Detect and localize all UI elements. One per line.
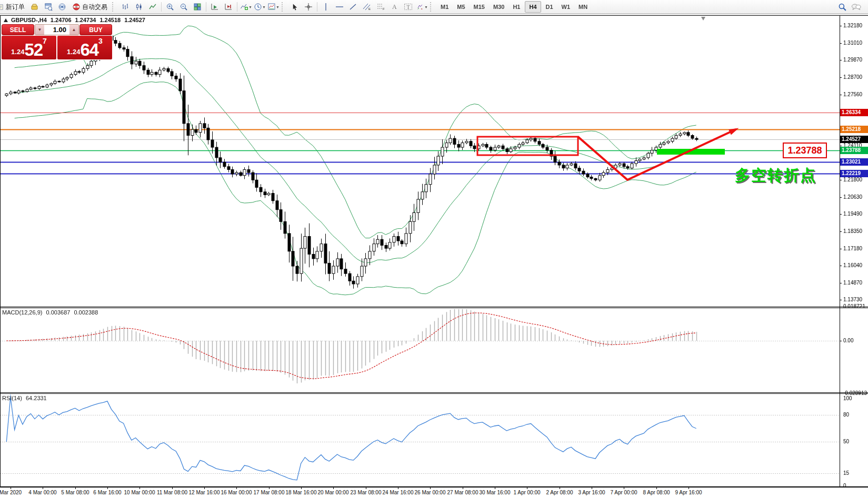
arrows-button[interactable]: ▾ bbox=[415, 1, 428, 13]
new-order-label: 新订单 bbox=[6, 3, 25, 12]
time-tick-mark bbox=[560, 487, 560, 489]
zoom-in-icon bbox=[166, 3, 174, 11]
price-level-tag: 1.25218 bbox=[840, 126, 868, 133]
periods-button[interactable]: ▾ bbox=[253, 1, 266, 13]
time-tick-mark bbox=[107, 487, 108, 489]
volume-increase-button[interactable]: ▲ bbox=[69, 25, 78, 35]
tf-m5-button[interactable]: M5 bbox=[453, 2, 468, 12]
tf-w1-button[interactable]: W1 bbox=[558, 2, 574, 12]
pane-splitter[interactable] bbox=[0, 307, 868, 307]
macd-pane-title: MACD(12,26,9) 0.003687 0.002388 bbox=[2, 309, 100, 316]
pane-splitter[interactable] bbox=[0, 308, 868, 308]
price-level-tag: 1.23788 bbox=[840, 147, 868, 154]
auto-scroll-button[interactable] bbox=[208, 1, 221, 13]
indicators-icon bbox=[240, 3, 248, 11]
templates-button[interactable]: ▾ bbox=[267, 1, 280, 13]
sell-price-button[interactable]: 1.24 52 7 bbox=[2, 36, 56, 59]
horizontal-line-button[interactable] bbox=[333, 1, 346, 13]
time-axis-label: 18 Mar 16:00 bbox=[286, 490, 317, 495]
volume-decrease-button[interactable]: ▼ bbox=[35, 25, 44, 35]
market-watch-button[interactable] bbox=[42, 1, 55, 13]
time-axis-label: 11 Mar 08:00 bbox=[157, 490, 187, 495]
price-tick-label: 1.27560 bbox=[843, 92, 862, 97]
crosshair-button[interactable] bbox=[302, 1, 315, 13]
zoom-out-icon bbox=[179, 3, 188, 11]
price-tick-mark bbox=[840, 249, 842, 249]
price-tick-mark bbox=[840, 214, 842, 215]
symbol-name: GBPUSD-,H4 bbox=[11, 17, 47, 23]
toolbar-separator bbox=[161, 2, 162, 12]
tf-mn-button[interactable]: MN bbox=[575, 2, 591, 12]
price-tick-label: 1.28700 bbox=[843, 74, 862, 80]
text-button[interactable]: A bbox=[388, 1, 401, 13]
price-tick-label: 1.29870 bbox=[843, 57, 862, 63]
buy-price-button[interactable]: 1.24 64 3 bbox=[57, 36, 112, 59]
macd-tick-mark bbox=[840, 341, 842, 341]
bar-chart-button[interactable] bbox=[119, 1, 132, 13]
chart-shift-button[interactable] bbox=[222, 1, 235, 13]
chat-button[interactable] bbox=[850, 1, 862, 13]
line-chart-button[interactable] bbox=[146, 1, 159, 13]
time-tick-mark bbox=[430, 487, 431, 489]
pane-splitter[interactable] bbox=[0, 393, 868, 394]
time-axis-label: 8 Apr 08:00 bbox=[643, 490, 670, 495]
macd-pane-canvas[interactable] bbox=[0, 308, 840, 392]
search-button[interactable] bbox=[836, 1, 849, 13]
tf-m15-button[interactable]: M15 bbox=[470, 2, 488, 12]
new-order-icon bbox=[0, 3, 4, 11]
gold-chart-button[interactable] bbox=[28, 1, 41, 13]
dropdown-caret-icon: ▾ bbox=[263, 5, 265, 9]
cursor-button[interactable] bbox=[288, 1, 301, 13]
time-axis-label: 3 Apr 16:00 bbox=[578, 490, 605, 495]
time-axis-label: 7 Apr 00:00 bbox=[610, 490, 637, 495]
zoom-out-button[interactable] bbox=[177, 1, 190, 13]
tf-d1-button[interactable]: D1 bbox=[542, 2, 557, 12]
price-tick-mark bbox=[840, 60, 842, 60]
price-tick-label: 1.20630 bbox=[843, 194, 862, 200]
line-chart-icon bbox=[148, 3, 157, 11]
price-tick-label: 1.14870 bbox=[843, 280, 862, 286]
rsi-pane-canvas[interactable] bbox=[0, 394, 840, 486]
text-label-icon: T bbox=[404, 3, 413, 11]
buy-button[interactable]: BUY bbox=[79, 24, 112, 35]
price-tick-label: 1.19490 bbox=[843, 211, 862, 217]
indicators-button[interactable]: ▾ bbox=[240, 1, 252, 13]
svg-text:T: T bbox=[406, 4, 410, 10]
clock-icon bbox=[254, 3, 262, 11]
price-tick-mark bbox=[840, 197, 842, 198]
time-axis-label: 2 Apr 08:00 bbox=[546, 490, 573, 495]
bar-close-value: 1.24527 bbox=[124, 17, 145, 23]
new-order-button[interactable]: 新订单 bbox=[0, 1, 27, 13]
autotrading-button[interactable]: 自动交易 bbox=[69, 1, 110, 13]
price-tick-label: 1.32180 bbox=[843, 23, 862, 28]
vertical-line-button[interactable] bbox=[320, 1, 332, 13]
tf-h1-button[interactable]: H1 bbox=[509, 2, 524, 12]
macd-main-value: 0.003687 bbox=[46, 309, 70, 316]
bar-chart-icon bbox=[121, 3, 129, 11]
price-tick-mark bbox=[840, 231, 842, 232]
time-axis-label: 10 Mar 00:00 bbox=[124, 490, 155, 495]
candlestick-chart-button[interactable] bbox=[133, 1, 145, 13]
zoom-in-button[interactable] bbox=[164, 1, 176, 13]
fibonacci-button[interactable]: F bbox=[374, 1, 387, 13]
main-chart-canvas[interactable] bbox=[0, 16, 840, 307]
volume-field[interactable]: 1.00 bbox=[44, 25, 69, 35]
price-tick-label: 1.13730 bbox=[843, 297, 862, 302]
trendline-button[interactable] bbox=[347, 1, 360, 13]
text-label-button[interactable]: T bbox=[402, 1, 414, 13]
time-tick-mark bbox=[204, 487, 205, 489]
pane-splitter[interactable] bbox=[0, 392, 868, 393]
crosshair-icon bbox=[304, 3, 313, 11]
rsi-pane-title: RSI(14) 64.2331 bbox=[2, 395, 49, 401]
tf-h4-button[interactable]: H4 bbox=[525, 1, 541, 13]
signal-icon bbox=[58, 3, 66, 11]
tile-windows-button[interactable] bbox=[191, 1, 204, 13]
equidistant-channel-button[interactable]: E bbox=[361, 1, 373, 13]
time-tick-mark bbox=[75, 487, 76, 489]
sell-button[interactable]: SELL bbox=[2, 24, 34, 35]
signal-button[interactable] bbox=[56, 1, 68, 13]
time-tick-mark bbox=[689, 487, 689, 489]
auto-scroll-icon bbox=[211, 3, 219, 11]
tf-m30-button[interactable]: M30 bbox=[490, 2, 508, 12]
tf-m1-button[interactable]: M1 bbox=[437, 2, 452, 12]
